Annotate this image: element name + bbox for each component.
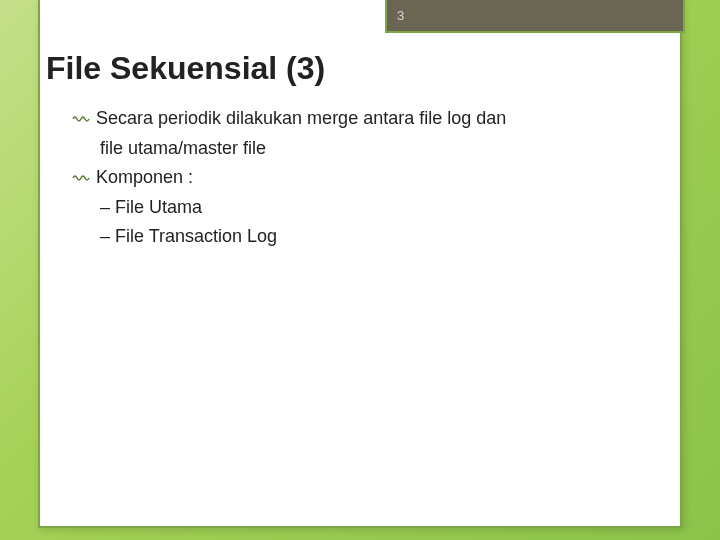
bullet-item: Secara periodik dilakukan merge antara f… — [72, 105, 650, 133]
bullet-text: Secara periodik dilakukan merge antara f… — [96, 108, 506, 128]
bullet-item: Komponen : — [72, 164, 650, 192]
bullet-text: Komponen : — [96, 167, 193, 187]
scribble-icon — [72, 106, 90, 133]
bullet-continuation: file utama/master file — [72, 135, 650, 162]
slide-content: Secara periodik dilakukan merge antara f… — [72, 105, 650, 252]
page-number: 3 — [397, 8, 404, 23]
scribble-icon — [72, 165, 90, 192]
page-number-box: 3 — [385, 0, 685, 33]
slide-card: 3 File Sekuensial (3) Secara periodik di… — [38, 0, 682, 528]
slide-title: File Sekuensial (3) — [46, 50, 325, 87]
sub-item: – File Transaction Log — [72, 223, 650, 250]
sub-item: – File Utama — [72, 194, 650, 221]
